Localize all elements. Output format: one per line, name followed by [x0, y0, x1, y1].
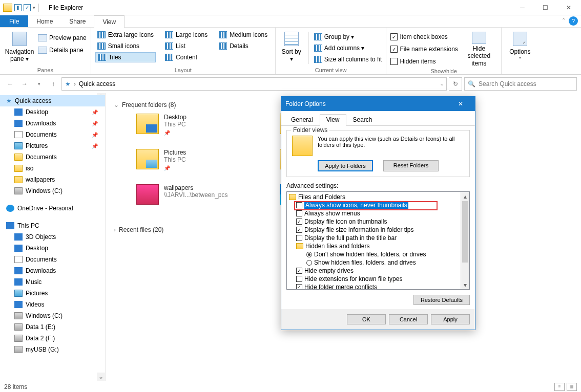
breadcrumb[interactable]: Quick access — [79, 80, 115, 88]
apply-button[interactable]: Apply — [431, 314, 470, 324]
sidebar-item-desktop[interactable]: Desktop — [0, 243, 105, 254]
sidebar-item-pictures[interactable]: Pictures — [0, 288, 105, 299]
history-dropdown[interactable]: ▾ — [33, 78, 45, 90]
adv-setting[interactable]: Show hidden files, folders, and drives — [289, 258, 469, 267]
layout-content[interactable]: Content — [163, 52, 210, 62]
checkbox[interactable] — [296, 268, 302, 274]
sidebar-item-downloads[interactable]: Downloads — [0, 265, 105, 276]
scroll-down-arrow[interactable]: ▾ — [461, 280, 469, 289]
hidden-items-toggle[interactable]: Hidden items — [390, 56, 458, 67]
advanced-settings-list[interactable]: Files and FoldersAlways show icons, neve… — [286, 191, 470, 290]
scroll-down[interactable]: ⌄ — [97, 373, 105, 381]
sidebar-item-music[interactable]: Music — [0, 276, 105, 288]
radio[interactable] — [306, 252, 312, 257]
layout-large-icons[interactable]: Large icons — [163, 30, 210, 40]
adv-setting[interactable]: Always show icons, never thumbnails — [289, 201, 469, 209]
back-button[interactable]: ← — [4, 78, 16, 90]
ok-button[interactable]: OK — [347, 314, 386, 324]
dialog-tab-search[interactable]: Search — [346, 114, 379, 125]
up-button[interactable]: ↑ — [47, 78, 59, 90]
folder-item-wallpapers[interactable]: wallpapers\\JARVI...\between_pcs — [136, 184, 234, 205]
folder-item-pictures[interactable]: PicturesThis PC📌 — [136, 149, 234, 171]
sidebar-item-iso[interactable]: iso — [0, 163, 105, 174]
sidebar-item-desktop[interactable]: Desktop📌 — [0, 106, 105, 118]
layout-medium-icons[interactable]: Medium icons — [217, 30, 269, 40]
restore-defaults-button[interactable]: Restore Defaults — [413, 295, 470, 305]
options-button[interactable]: ✓ Options ▾ — [506, 30, 534, 60]
group-by-button[interactable]: Group by ▾ — [314, 32, 382, 42]
breadcrumb-chevron[interactable]: › — [74, 80, 76, 88]
size-columns-button[interactable]: Size all columns to fit — [314, 54, 382, 64]
dialog-tab-general[interactable]: General — [284, 114, 320, 125]
collapse-ribbon[interactable]: ⌃ — [562, 17, 566, 23]
sidebar-item-documents[interactable]: Documents — [0, 151, 105, 163]
navigation-pane-button[interactable]: Navigation pane ▾ — [4, 30, 35, 63]
sidebar-item-videos[interactable]: Videos — [0, 299, 105, 310]
view-details-button[interactable]: ≡ — [554, 383, 565, 391]
checkbox[interactable] — [296, 276, 302, 282]
sidebar-item-wallpapers[interactable]: wallpapers — [0, 174, 105, 185]
checkbox[interactable] — [296, 227, 302, 233]
maximize-button[interactable]: ☐ — [534, 0, 557, 15]
search-box[interactable]: 🔍 Search Quick access — [464, 77, 577, 91]
minimize-button[interactable]: ─ — [511, 0, 534, 15]
radio[interactable] — [306, 260, 312, 266]
close-button[interactable]: ✕ — [557, 0, 580, 15]
scrollbar[interactable]: ▴ ▾ — [461, 192, 469, 289]
adv-setting[interactable]: Files and Folders — [289, 193, 469, 201]
scroll-thumb[interactable] — [462, 201, 468, 263]
layout-small-icons[interactable]: Small icons — [95, 41, 156, 51]
dialog-tab-view[interactable]: View — [320, 114, 346, 126]
details-pane-button[interactable]: Details pane — [38, 45, 87, 55]
sidebar-item-windows--c--[interactable]: Windows (C:) — [0, 185, 105, 197]
sidebar-item-documents[interactable]: Documents📌 — [0, 129, 105, 140]
sort-by-button[interactable]: Sort by ▾ — [280, 30, 303, 63]
sidebar-item-data-2--f--[interactable]: Data 2 (F:) — [0, 333, 105, 344]
adv-setting[interactable]: Display the full path in the title bar — [289, 234, 469, 242]
tab-view[interactable]: View — [94, 15, 125, 28]
sidebar-item-myusb--g--[interactable]: myUSB (G:) — [0, 344, 105, 355]
folder-item-desktop[interactable]: DesktopThis PC📌 — [136, 114, 234, 136]
adv-setting[interactable]: Hide folder merge conflicts — [289, 283, 469, 290]
forward-button[interactable]: → — [18, 78, 31, 90]
dialog-close-button[interactable]: ✕ — [450, 100, 471, 107]
add-columns-button[interactable]: Add columns ▾ — [314, 43, 382, 53]
address-box[interactable]: ★ › Quick access ⌵ — [61, 77, 447, 91]
address-dropdown[interactable]: ⌵ — [441, 81, 443, 86]
adv-setting[interactable]: Display file icon on thumbnails — [289, 217, 469, 226]
file-menu[interactable]: File — [0, 15, 28, 27]
sidebar-item-windows--c--[interactable]: Windows (C:) — [0, 310, 105, 321]
checkbox[interactable] — [296, 202, 302, 208]
layout-extra-large-icons[interactable]: Extra large icons — [95, 30, 156, 40]
sidebar-item-onedrive[interactable]: OneDrive - Personal — [0, 203, 105, 214]
qat-item[interactable]: ✓ — [24, 4, 31, 11]
layout-tiles[interactable]: Tiles — [95, 52, 156, 62]
qat-item[interactable]: ▮ — [14, 4, 22, 11]
refresh-button[interactable]: ↻ — [449, 77, 462, 91]
reset-folders-button[interactable]: Reset Folders — [383, 160, 439, 171]
layout-details[interactable]: Details — [217, 41, 269, 51]
sidebar-item-downloads[interactable]: Downloads📌 — [0, 118, 105, 129]
adv-setting[interactable]: Display file size information in folder … — [289, 226, 469, 234]
cancel-button[interactable]: Cancel — [389, 314, 428, 324]
help-icon[interactable]: ? — [569, 16, 578, 26]
sidebar-item-data-1--e--[interactable]: Data 1 (E:) — [0, 321, 105, 333]
adv-setting[interactable]: Always show menus — [289, 209, 469, 217]
sidebar-item-pictures[interactable]: Pictures📌 — [0, 140, 105, 151]
preview-pane-button[interactable]: Preview pane — [38, 33, 87, 43]
adv-setting[interactable]: Hide empty drives — [289, 267, 469, 275]
scroll-up-arrow[interactable]: ▴ — [461, 192, 469, 201]
adv-setting[interactable]: Don't show hidden files, folders, or dri… — [289, 250, 469, 258]
tab-share[interactable]: Share — [61, 15, 94, 27]
sidebar-item-this-pc[interactable]: This PC — [0, 220, 105, 231]
checkbox[interactable] — [296, 210, 302, 216]
hide-selected-button[interactable]: Hide selected items — [461, 30, 497, 67]
sidebar-item-documents[interactable]: Documents — [0, 254, 105, 265]
checkbox[interactable] — [296, 219, 302, 225]
item-checkboxes-toggle[interactable]: Item check boxes — [390, 32, 458, 42]
view-icons-button[interactable]: ▦ — [567, 383, 577, 391]
checkbox[interactable] — [296, 284, 302, 290]
adv-setting[interactable]: Hide extensions for known file types — [289, 275, 469, 283]
checkbox[interactable] — [296, 235, 302, 241]
sidebar-item-3d-objects[interactable]: 3D Objects — [0, 231, 105, 243]
